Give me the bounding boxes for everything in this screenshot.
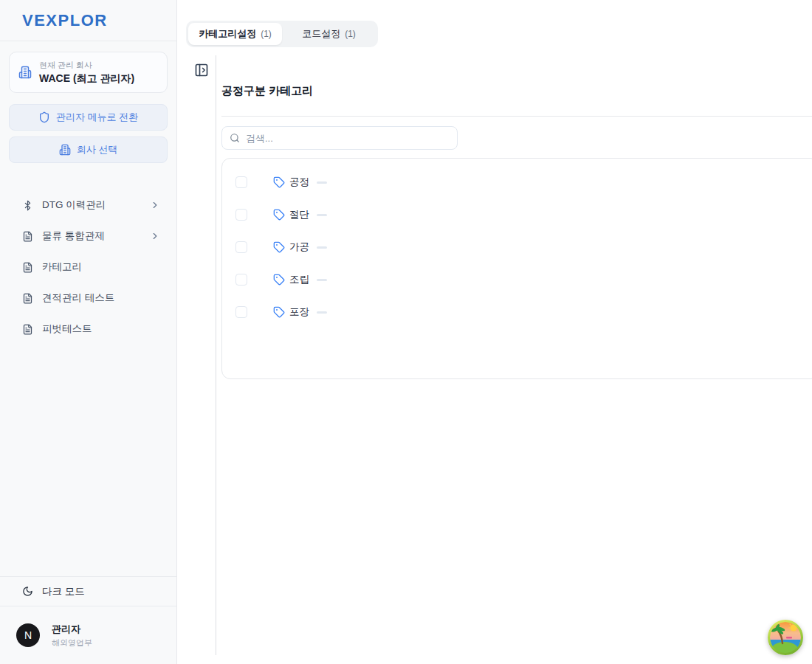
tab-category-settings[interactable]: 카테고리설정 (1) [188, 23, 282, 45]
tag-icon [273, 209, 285, 221]
category-list: 공정 절단 가공 조립 [221, 158, 812, 379]
island-widget-button[interactable] [768, 620, 803, 655]
tag-icon [273, 241, 285, 253]
sidebar-item-logistics-control[interactable]: 물류 통합관제 [9, 221, 168, 252]
sidebar-item-dtg-history[interactable]: DTG 이력관리 [9, 190, 168, 221]
current-company-label: 현재 관리 회사 [39, 60, 134, 71]
sidebar-item-label: 물류 통합관제 [42, 229, 141, 243]
building-icon [18, 66, 32, 79]
category-label[interactable]: 가공 [289, 241, 309, 254]
current-company-name: WACE (최고 관리자) [39, 72, 134, 86]
category-dash [317, 311, 327, 314]
title-divider [221, 116, 812, 117]
sidebar-nav: DTG 이력관리 물류 통합관제 [9, 190, 168, 345]
panel-expand-icon[interactable] [194, 63, 209, 77]
tag-icon [273, 176, 285, 188]
category-dash [317, 246, 327, 249]
category-checkbox[interactable] [235, 274, 247, 286]
sidebar: VEXPLOR 현재 관리 회사 WACE (최고 관리자) 관리자 메뉴로 전… [0, 0, 177, 664]
category-label[interactable]: 포장 [289, 305, 309, 319]
document-icon [22, 293, 33, 304]
user-department: 해외영업부 [52, 637, 92, 649]
settings-tabbar: 카테고리설정 (1) 코드설정 (1) [186, 21, 378, 47]
sidebar-item-label: 피벗테스트 [42, 322, 160, 336]
sidebar-item-pivot-test[interactable]: 피벗테스트 [9, 314, 168, 345]
sidebar-item-label: DTG 이력관리 [42, 198, 141, 212]
avatar: N [16, 623, 40, 647]
category-dash [317, 181, 327, 184]
palm-island-icon [770, 622, 801, 653]
document-icon [22, 231, 33, 242]
tab-label: 코드설정 [302, 27, 340, 41]
company-select-label: 회사 선택 [77, 143, 118, 156]
tab-label: 카테고리설정 [199, 27, 256, 41]
sidebar-item-label: 견적관리 테스트 [42, 291, 160, 305]
document-icon [22, 324, 33, 335]
category-dash [317, 214, 327, 216]
search-icon [230, 133, 240, 143]
category-checkbox[interactable] [235, 306, 247, 318]
category-label[interactable]: 조립 [289, 273, 309, 286]
category-row: 절단 [222, 198, 812, 231]
document-icon [22, 262, 33, 273]
app-window: VEXPLOR 현재 관리 회사 WACE (최고 관리자) 관리자 메뉴로 전… [0, 0, 812, 664]
content-divider [216, 55, 216, 655]
page-title: 공정구분 카테고리 [221, 84, 812, 98]
category-row: 조립 [222, 263, 812, 296]
tag-icon [273, 274, 285, 286]
category-row: 공정 [222, 166, 812, 198]
shield-icon [38, 111, 50, 123]
user-profile[interactable]: N 관리자 해외영업부 [0, 606, 176, 664]
category-checkbox[interactable] [235, 176, 247, 188]
sidebar-item-category[interactable]: 카테고리 [9, 252, 168, 283]
dark-mode-label: 다크 모드 [42, 585, 85, 598]
category-row: 포장 [222, 296, 812, 328]
chevron-right-icon [150, 231, 160, 241]
tab-count: (1) [345, 29, 356, 39]
category-dash [317, 279, 327, 281]
bluetooth-icon [22, 200, 33, 211]
tab-count: (1) [261, 29, 272, 39]
tab-code-settings[interactable]: 코드설정 (1) [282, 23, 376, 45]
vexplor-logo: VEXPLOR [22, 11, 108, 30]
sidebar-item-quote-test[interactable]: 견적관리 테스트 [9, 283, 168, 314]
category-checkbox[interactable] [235, 209, 247, 221]
dark-mode-toggle[interactable]: 다크 모드 [0, 576, 176, 606]
search-input[interactable] [246, 133, 450, 144]
admin-menu-switch-button[interactable]: 관리자 메뉴로 전환 [9, 104, 168, 131]
company-select-button[interactable]: 회사 선택 [9, 136, 168, 163]
category-checkbox[interactable] [235, 241, 247, 253]
category-search [221, 126, 458, 150]
category-row: 가공 [222, 231, 812, 263]
category-label[interactable]: 공정 [289, 176, 309, 189]
sidebar-item-label: 카테고리 [42, 260, 160, 274]
user-name: 관리자 [52, 623, 92, 636]
admin-menu-switch-label: 관리자 메뉴로 전환 [56, 111, 138, 124]
moon-icon [22, 586, 33, 597]
building-icon [59, 144, 71, 156]
category-label[interactable]: 절단 [289, 208, 309, 221]
logo-area: VEXPLOR [0, 0, 176, 41]
tag-icon [273, 306, 285, 318]
chevron-right-icon [150, 200, 160, 210]
current-company-card: 현재 관리 회사 WACE (최고 관리자) [9, 52, 168, 93]
